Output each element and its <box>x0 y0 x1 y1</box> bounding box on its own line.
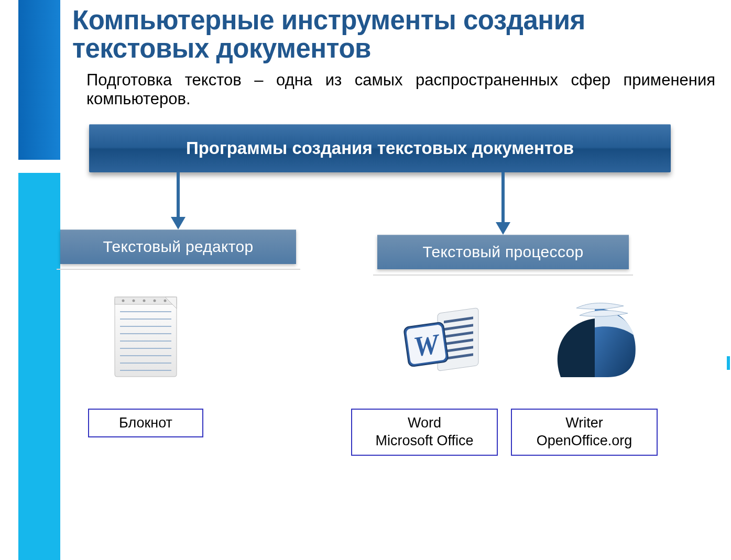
sidebar-accent-top <box>18 0 60 160</box>
slide-title: Компьютерные инструменты создания тексто… <box>72 6 722 62</box>
openoffice-icon <box>545 299 639 388</box>
sidebar-accent-bottom <box>18 173 60 560</box>
edge-mark <box>727 356 730 370</box>
label-notepad-line1: Блокнот <box>119 414 172 432</box>
label-writer-line1: Writer <box>565 414 603 432</box>
svg-point-6 <box>163 299 166 302</box>
banner-programs: Программы создания текстовых документов <box>89 124 671 172</box>
label-word: Word Microsoft Office <box>351 409 498 456</box>
svg-point-2 <box>122 299 124 302</box>
slide-lead: Подготовка текстов – одна из самых распр… <box>86 71 715 108</box>
label-notepad: Блокнот <box>88 409 203 437</box>
label-writer: Writer OpenOffice.org <box>511 409 658 456</box>
msword-icon: W <box>398 299 487 388</box>
svg-point-3 <box>132 299 135 302</box>
label-word-line1: Word <box>408 414 441 432</box>
svg-rect-0 <box>115 297 177 377</box>
notepad-icon <box>110 289 181 381</box>
underline-left <box>57 269 300 270</box>
heading-word-processor: Текстовый процессор <box>377 235 629 269</box>
svg-point-4 <box>143 299 145 302</box>
underline-right <box>373 274 633 276</box>
label-writer-line2: OpenOffice.org <box>537 432 632 450</box>
svg-point-5 <box>153 299 156 302</box>
label-word-line2: Microsoft Office <box>375 432 473 450</box>
heading-text-editor: Текстовый редактор <box>60 229 296 264</box>
